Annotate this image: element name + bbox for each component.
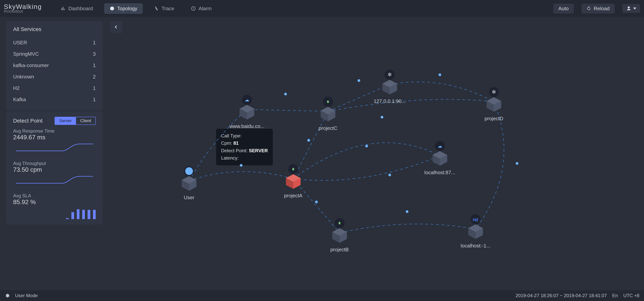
gear-icon[interactable] [5, 293, 10, 298]
nav-dashboard[interactable]: Dashboard [55, 3, 98, 14]
node-projectC[interactable]: ♦ projectC [319, 97, 338, 131]
svg-point-10 [358, 79, 360, 82]
auto-label: Auto [558, 5, 569, 11]
service-row[interactable]: Kafka1 [13, 94, 96, 105]
nav-topology-label: Topology [117, 5, 137, 11]
node-baidu[interactable]: ☁ www.baidu.co... [229, 95, 264, 129]
collapse-sidebar-button[interactable] [110, 21, 122, 33]
time-range[interactable]: 2019-04-27 18:26:07 ~ 2019-04-27 18:41:0… [516, 293, 607, 298]
svg-point-30 [323, 97, 333, 107]
nav-alarm[interactable]: Alarm [186, 3, 217, 14]
svg-line-3 [293, 111, 328, 179]
svg-text:♦: ♦ [327, 98, 329, 104]
avg-throughput-value: 73.50 cpm [13, 166, 96, 173]
node-localhost-87[interactable]: ☁ localhost:87... [424, 141, 455, 175]
node-projectD[interactable]: ✻ projectD [485, 87, 503, 121]
auto-button[interactable]: Auto [553, 4, 574, 13]
svg-point-13 [365, 145, 368, 147]
service-row[interactable]: Unknown2 [13, 71, 96, 82]
services-title: All Services [13, 26, 96, 32]
svg-point-48 [470, 214, 480, 224]
svg-point-14 [388, 174, 391, 176]
avg-response-value: 2449.67 ms [13, 134, 96, 141]
svg-point-27 [288, 164, 298, 174]
language-selector[interactable]: En [612, 293, 618, 298]
svg-line-6 [293, 179, 340, 233]
service-row[interactable]: kafka-consumer1 [13, 60, 96, 71]
svg-text:projectD: projectD [485, 116, 503, 121]
svg-text:✻: ✻ [388, 72, 392, 77]
svg-line-4 [247, 109, 328, 111]
svg-text:H2: H2 [473, 217, 478, 222]
reload-button[interactable]: Reload [582, 4, 615, 13]
svg-point-33 [242, 95, 252, 105]
user-icon [626, 6, 631, 11]
svg-text:✻: ✻ [492, 89, 496, 95]
tab-client[interactable]: Client [76, 117, 95, 124]
service-row[interactable]: H21 [13, 82, 96, 94]
svg-point-15 [315, 201, 318, 203]
nav-dashboard-label: Dashboard [68, 5, 93, 11]
services-panel: All Services USER1 SpringMVC3 kafka-cons… [6, 21, 103, 111]
brand-main: SkyWalking [4, 4, 42, 10]
svg-text:☁: ☁ [438, 143, 442, 149]
svg-rect-2 [193, 9, 194, 9]
user-menu[interactable] [622, 4, 640, 13]
node-localhost-1[interactable]: H2 localhost:-1... [461, 214, 490, 249]
nav-trace[interactable]: Trace [148, 3, 180, 14]
svg-point-7 [240, 164, 242, 167]
svg-text:127.0.0.1:90...: 127.0.0.1:90... [374, 98, 406, 104]
avg-response-sparkline [13, 143, 96, 154]
avg-throughput-label: Avg Throughput [13, 161, 96, 166]
bar-chart-icon [60, 6, 66, 11]
reload-icon [586, 6, 591, 11]
service-row[interactable]: USER1 [13, 37, 96, 48]
server-client-toggle[interactable]: Server Client [54, 117, 96, 125]
service-row[interactable]: SpringMVC3 [13, 48, 96, 60]
node-projectA[interactable]: ♦ projectA [284, 164, 302, 199]
avg-sla-bars [13, 208, 96, 219]
alert-icon [191, 6, 196, 11]
nav-alarm-label: Alarm [198, 5, 212, 11]
avg-sla-value: 85.92 % [13, 199, 96, 206]
reload-label: Reload [594, 5, 610, 11]
svg-point-8 [307, 139, 310, 142]
svg-text:♦: ♦ [338, 220, 341, 226]
nav-topology[interactable]: Topology [104, 3, 143, 14]
nav-trace-label: Trace [162, 5, 174, 11]
edge-tooltip: Call Type: Cpm: 81 Detect Point: SERVER … [216, 129, 273, 165]
svg-point-12 [381, 116, 383, 118]
svg-point-9 [284, 93, 287, 95]
avg-throughput-sparkline [13, 175, 96, 187]
avg-response-label: Avg Response Time [13, 128, 96, 134]
chevron-left-icon [114, 25, 118, 29]
timezone-selector[interactable]: UTC +8 [623, 293, 639, 298]
svg-point-17 [516, 162, 518, 165]
node-127-0-0-1[interactable]: ✻ 127.0.0.1:90... [374, 70, 406, 104]
svg-text:♦: ♦ [292, 166, 294, 172]
avg-sla-label: Avg SLA [13, 193, 96, 199]
detect-point-panel: Detect Point Server Client Avg Response … [6, 111, 103, 225]
user-mode-label[interactable]: User Mode [15, 293, 38, 298]
svg-text:User: User [184, 195, 194, 200]
svg-point-11 [438, 73, 441, 76]
svg-point-45 [334, 218, 344, 228]
cube-icon [110, 6, 114, 11]
svg-text:localhost:-1...: localhost:-1... [461, 243, 490, 249]
svg-text:localhost:87...: localhost:87... [424, 170, 455, 175]
merge-icon [154, 6, 159, 11]
svg-point-39 [489, 87, 499, 97]
svg-point-25 [185, 167, 193, 175]
detect-point-title: Detect Point [13, 118, 43, 124]
node-user[interactable]: User [182, 166, 196, 200]
node-projectB[interactable]: ♦ projectB [330, 218, 348, 253]
svg-text:projectC: projectC [319, 125, 338, 131]
svg-text:projectA: projectA [284, 193, 302, 199]
tab-server[interactable]: Server [55, 117, 76, 124]
brand-logo: SkyWalking Rocketbot [4, 4, 42, 13]
chevron-down-icon [633, 7, 636, 9]
svg-point-36 [385, 70, 395, 80]
svg-line-5 [328, 84, 390, 111]
svg-point-16 [406, 210, 408, 213]
svg-text:projectB: projectB [330, 247, 348, 253]
